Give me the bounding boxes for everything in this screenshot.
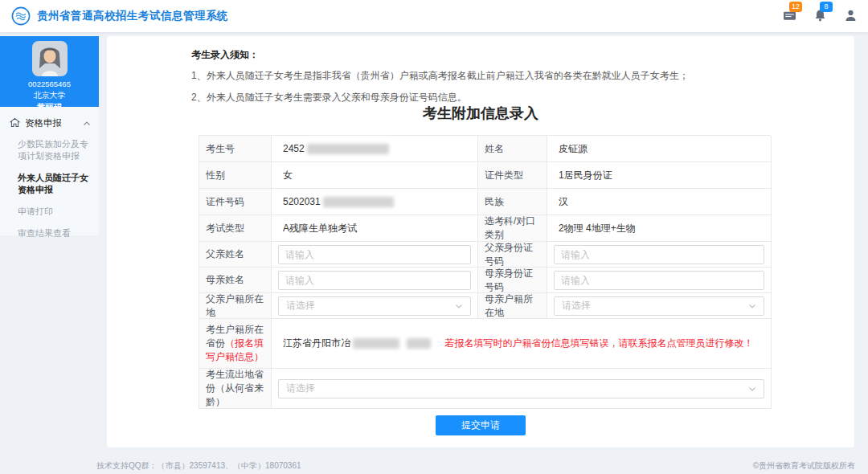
home-icon xyxy=(10,117,20,129)
father-residence-label: 父亲户籍所在地 xyxy=(199,293,272,319)
mother-name-input[interactable] xyxy=(278,271,471,290)
mother-id-label: 母亲身份证号码 xyxy=(478,268,547,293)
submit-application-button[interactable]: 提交申请 xyxy=(436,415,526,435)
ethnicity-label: 民族 xyxy=(478,189,547,215)
sidebar-menu: 资格申报 少数民族加分及专项计划资格申报 外来人员随迁子女资格申报 申请打印 审… xyxy=(0,107,99,235)
person-icon[interactable] xyxy=(844,9,858,23)
father-name-label: 父亲姓名 xyxy=(199,242,272,268)
notice-heading: 考生录入须知： xyxy=(191,48,778,62)
entry-notice: 考生录入须知： 1、外来人员随迁子女考生是指非我省（贵州省）户籍或高考报名截止前… xyxy=(191,48,778,105)
footer-support-text: 技术支持QQ群：（市县）23597413、（中学）18070361 xyxy=(96,460,301,472)
candidate-info-table: 考生号 2452 姓名 皮钲源 性别 女 证件类型 1居民身份证 证件号码 52… xyxy=(199,135,771,409)
chevron-down-icon xyxy=(748,383,756,394)
main-content-card: 考生录入须知： 1、外来人员随迁子女考生是指非我省（贵州省）户籍或高考报名截止前… xyxy=(107,36,854,447)
name-label: 姓名 xyxy=(478,136,547,162)
footer-copyright: ©贵州省教育考试院版权所有 xyxy=(753,460,855,472)
gender-label: 性别 xyxy=(199,162,272,189)
cert-type-label: 证件类型 xyxy=(478,162,547,189)
redacted-blur xyxy=(353,338,399,349)
subject-category-label: 选考科/对口类别 xyxy=(478,215,547,242)
profile-school: 北京大学 xyxy=(0,90,99,100)
app-header: 贵州省普通高校招生考试信息管理系统 12 8 xyxy=(0,0,868,32)
outflow-province-select[interactable]: 请选择 xyxy=(278,379,764,398)
candidate-no-label: 考生号 xyxy=(199,136,272,162)
ethnicity-value: 汉 xyxy=(547,189,772,215)
father-id-input[interactable] xyxy=(554,245,764,264)
candidate-residence-label: 考生户籍所在省份（报名填写户籍信息） xyxy=(199,319,272,369)
profile-id: 0022565465 xyxy=(0,80,99,89)
messages-icon[interactable]: 12 xyxy=(783,9,797,23)
messages-count-badge: 12 xyxy=(789,2,802,12)
sidebar-item-print-application[interactable]: 申请打印 xyxy=(18,206,92,218)
mother-residence-label: 母亲户籍所在地 xyxy=(478,293,547,319)
father-name-input[interactable] xyxy=(278,245,471,264)
candidate-no-value: 2452 xyxy=(272,136,478,162)
sidebar-items: 少数民族加分及专项计划资格申报 外来人员随迁子女资格申报 申请打印 审查结果查看 xyxy=(0,132,99,239)
bell-icon[interactable]: 8 xyxy=(813,9,828,23)
cert-no-label: 证件号码 xyxy=(199,189,272,215)
redacted-blur xyxy=(307,144,389,154)
chevron-up-icon xyxy=(83,118,91,128)
sidebar-section-label: 资格申报 xyxy=(25,117,62,129)
outflow-province-label: 考生流出地省份（从何省来黔） xyxy=(199,369,272,409)
mother-name-label: 母亲姓名 xyxy=(199,268,272,293)
page-title: 考生附加信息录入 xyxy=(107,104,854,123)
notifications-count-badge: 8 xyxy=(820,2,833,12)
sidebar-item-review-result[interactable]: 审查结果查看 xyxy=(18,227,92,239)
redacted-blur xyxy=(407,338,431,349)
name-value: 皮钲源 xyxy=(547,136,772,162)
app-logo-icon xyxy=(11,6,31,26)
chevron-down-icon xyxy=(748,300,756,312)
header-actions: 12 8 xyxy=(783,0,858,32)
subject-category-value: 2物理 4地理+生物 xyxy=(547,215,772,242)
cert-type-value: 1居民身份证 xyxy=(547,162,772,189)
mother-id-input[interactable] xyxy=(554,271,764,290)
notice-line-1: 1、外来人员随迁子女考生是指非我省（贵州省）户籍或高考报名截止前户籍迁入我省的各… xyxy=(191,67,778,84)
redacted-blur xyxy=(323,197,394,207)
sidebar-section-qualification[interactable]: 资格申报 xyxy=(0,114,99,132)
app-title: 贵州省普通高校招生考试信息管理系统 xyxy=(37,0,228,32)
chevron-down-icon xyxy=(455,300,463,312)
sidebar-item-minority-bonus[interactable]: 少数民族加分及专项计划资格申报 xyxy=(18,138,92,162)
candidate-residence-value: 江苏省丹阳市冶 若报名填写时的户籍省份信息填写错误，请联系报名点管理员进行修改！ xyxy=(272,319,772,369)
mother-residence-select[interactable]: 请选择 xyxy=(554,296,764,316)
father-id-label: 父亲身份证号码 xyxy=(478,242,547,268)
sidebar-item-migrant-children[interactable]: 外来人员随迁子女资格申报 xyxy=(18,172,92,196)
user-profile-panel: 0022565465 北京大学 黄丽琨 xyxy=(0,36,99,107)
notice-line-2: 2、外来人员随迁子女考生需要录入父亲和母亲身份证号码信息。 xyxy=(191,89,778,105)
cert-no-value: 5202031 xyxy=(272,189,478,215)
father-residence-select[interactable]: 请选择 xyxy=(278,296,471,316)
residence-warning-text: 若报名填写时的户籍省份信息填写错误，请联系报名点管理员进行修改！ xyxy=(431,337,760,350)
exam-type-label: 考试类型 xyxy=(199,215,272,242)
gender-value: 女 xyxy=(272,162,478,189)
avatar xyxy=(32,41,68,76)
exam-type-value: A残障生单独考试 xyxy=(272,215,478,242)
